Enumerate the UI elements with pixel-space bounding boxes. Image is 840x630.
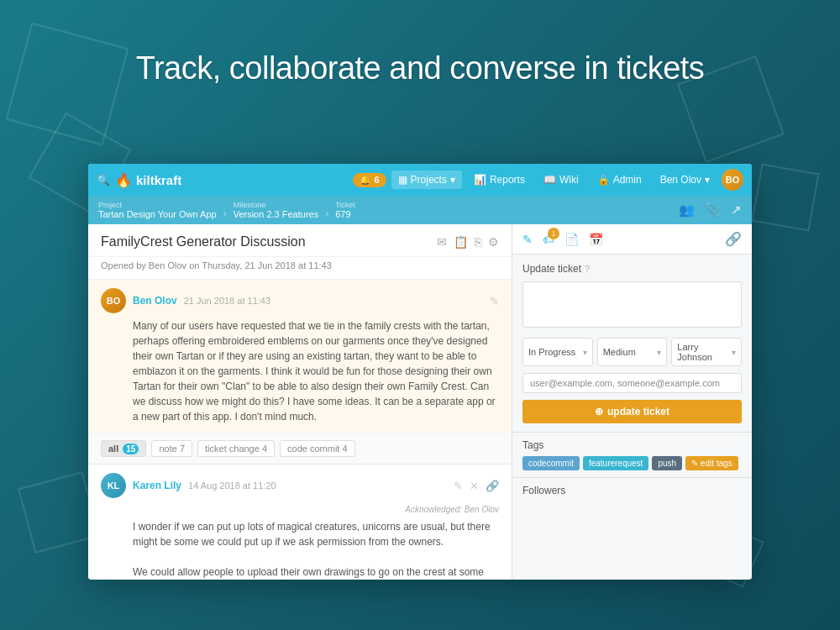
priority-select[interactable]: Medium ▾ — [597, 338, 668, 366]
tab-note[interactable]: note 7 — [151, 440, 192, 457]
tags-section: Tags codecommit featurerequest push ✎ ed… — [512, 432, 752, 477]
second-comment: KL Karen Lily 14 Aug 2018 at 11:20 ✎ ✕ 🔗… — [88, 465, 512, 580]
tag-push[interactable]: push — [652, 456, 682, 470]
reports-label: Reports — [490, 174, 525, 186]
edit-comment-icon[interactable]: ✎ — [490, 295, 499, 307]
link-comment-icon[interactable]: 🔗 — [486, 480, 499, 492]
document-icon[interactable]: 📄 — [564, 233, 579, 246]
update-icon: ⊕ — [595, 406, 603, 417]
tab-all[interactable]: all 15 — [101, 440, 146, 457]
avatar[interactable]: BO — [722, 169, 743, 191]
ui-card: 🔍 🔥 kiltkraft 🔔 6 ▦ Projects ▾ 📊 Reports… — [88, 164, 752, 580]
comment-body-2a: I wonder if we can put up lots of magica… — [133, 519, 499, 549]
milestone-value[interactable]: Version 2.3 Features — [234, 209, 319, 219]
user-name: Ben Olov — [660, 174, 701, 186]
tab-code-commit[interactable]: code commit 4 — [280, 440, 355, 457]
update-ticket-label: Update ticket ? — [522, 263, 742, 275]
share-action-icon[interactable]: ⎘ — [475, 235, 481, 249]
first-comment: BO Ben Olov 21 Jun 2018 at 11:43 ✎ Many … — [88, 280, 512, 433]
comment-date-1: 21 Jun 2018 at 11:43 — [184, 296, 270, 306]
notification-bell[interactable]: 🔔 6 — [353, 173, 386, 187]
reports-icon: 📊 — [474, 174, 486, 186]
edit-ticket-icon[interactable]: ✎ — [522, 233, 533, 246]
top-nav: 🔍 🔥 kiltkraft 🔔 6 ▦ Projects ▾ 📊 Reports… — [88, 164, 752, 196]
right-panel: ✎ 🏷 1 📄 📅 🔗 Update ticket ? — [512, 224, 752, 580]
tag-featurerequest[interactable]: featurerequest — [583, 456, 649, 470]
settings-action-icon[interactable]: ⚙ — [488, 235, 499, 249]
edit-comment-2-icon[interactable]: ✎ — [454, 480, 463, 492]
hero-title: Track, collaborate and converse in ticke… — [0, 50, 840, 87]
breadcrumb-sep-2: › — [325, 201, 328, 219]
status-select[interactable]: In Progress ▾ — [522, 338, 593, 366]
breadcrumb: Project Tartan Design Your Own App › Mil… — [88, 196, 752, 224]
avatar-initials-1: BO — [107, 296, 121, 306]
status-caret: ▾ — [583, 348, 587, 357]
avatar-initials: BO — [726, 175, 740, 185]
selects-row: In Progress ▾ Medium ▾ Larry Johnson ▾ — [522, 338, 742, 366]
project-value[interactable]: Tartan Design Your Own App — [98, 209, 217, 219]
tag-icon[interactable]: 🏷 1 — [543, 233, 554, 246]
ticket-label: Ticket — [335, 201, 355, 209]
bell-count: 6 — [374, 175, 379, 185]
team-icon[interactable]: 👥 — [679, 202, 695, 218]
email-action-icon[interactable]: ✉ — [437, 235, 447, 249]
priority-value: Medium — [603, 347, 636, 357]
wiki-label: Wiki — [559, 174, 579, 186]
copy-action-icon[interactable]: 📋 — [454, 235, 468, 249]
link-icon[interactable]: 🔗 — [725, 231, 742, 247]
nav-logo: 🔥 kiltkraft — [115, 172, 181, 188]
ticket-value[interactable]: 679 — [335, 209, 355, 219]
nav-user[interactable]: Ben Olov ▾ — [654, 171, 717, 189]
help-icon[interactable]: ? — [585, 264, 590, 274]
followers-label: Followers — [522, 485, 742, 496]
tag-codecommit[interactable]: codecommit — [522, 456, 580, 470]
discussion-header: FamilyCrest Generator Discussion ✉ 📋 ⎘ ⚙ — [88, 224, 512, 257]
assignee-select[interactable]: Larry Johnson ▾ — [671, 338, 742, 366]
nav-admin[interactable]: 🔒 Admin — [591, 171, 648, 189]
comment-avatar-1: BO — [101, 288, 126, 313]
attachment-icon[interactable]: 📎 — [705, 202, 721, 218]
nav-reports[interactable]: 📊 Reports — [467, 171, 532, 189]
delete-comment-icon[interactable]: ✕ — [470, 480, 479, 492]
acknowledged-text: Acknowledged: Ben Olov — [133, 503, 499, 516]
breadcrumb-sep-1: › — [223, 201, 227, 219]
discussion-actions: ✉ 📋 ⎘ ⚙ — [437, 235, 499, 249]
breadcrumb-milestone: Milestone Version 2.3 Features — [234, 201, 319, 219]
nav-projects[interactable]: ▦ Projects ▾ — [391, 171, 462, 189]
assignee-caret: ▾ — [732, 348, 736, 357]
comment-body-1: Many of our users have requested that we… — [133, 318, 499, 424]
wiki-icon: 📖 — [543, 174, 556, 186]
email-input[interactable] — [522, 373, 742, 393]
comment-header-1: BO Ben Olov 21 Jun 2018 at 11:43 ✎ — [101, 288, 499, 313]
nav-wiki[interactable]: 📖 Wiki — [537, 171, 585, 189]
search-icon[interactable]: 🔍 — [97, 174, 110, 186]
comment-author-2: Karen Lily — [133, 480, 181, 491]
assignee-value: Larry Johnson — [677, 342, 732, 362]
breadcrumb-project: Project Tartan Design Your Own App — [98, 201, 217, 219]
update-ticket-textarea[interactable] — [522, 281, 742, 328]
left-panel: FamilyCrest Generator Discussion ✉ 📋 ⎘ ⚙… — [88, 224, 512, 580]
tab-ticket-change[interactable]: ticket change 4 — [197, 440, 275, 457]
edit-tags-button[interactable]: ✎ edit tags — [685, 456, 738, 470]
milestone-label: Milestone — [234, 201, 319, 209]
priority-caret: ▾ — [657, 348, 661, 357]
logo-text: kiltkraft — [136, 173, 181, 187]
tags-label: Tags — [522, 439, 742, 451]
tags-row: codecommit featurerequest push ✎ edit ta… — [522, 456, 742, 470]
update-btn-label: update ticket — [607, 406, 669, 417]
comment-header-2: KL Karen Lily 14 Aug 2018 at 11:20 ✎ ✕ 🔗 — [101, 473, 499, 498]
projects-icon: ▦ — [398, 174, 407, 186]
update-ticket-button[interactable]: ⊕ update ticket — [522, 400, 742, 423]
status-value: In Progress — [528, 347, 575, 357]
all-count-badge: 15 — [123, 444, 139, 454]
avatar-initials-2: KL — [108, 480, 120, 491]
opened-by: Opened by Ben Olov on Thursday, 21 Jun 2… — [88, 257, 512, 280]
comment-body-2: Acknowledged: Ben Olov I wonder if we ca… — [133, 503, 499, 580]
discussion-title: FamilyCrest Generator Discussion — [101, 234, 306, 249]
calendar-icon[interactable]: 📅 — [589, 233, 603, 246]
tabs-bar: all 15 note 7 ticket change 4 code commi… — [88, 433, 512, 465]
admin-lock-icon: 🔒 — [597, 174, 610, 186]
share-icon[interactable]: ↗ — [731, 202, 742, 218]
comment-author-1: Ben Olov — [133, 295, 177, 307]
main-content: FamilyCrest Generator Discussion ✉ 📋 ⎘ ⚙… — [88, 224, 752, 580]
